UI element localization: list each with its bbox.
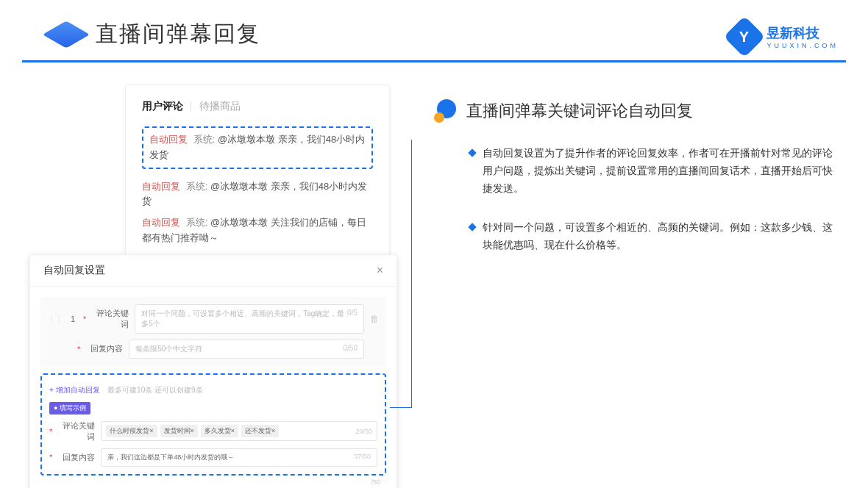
example-content-input[interactable]: 亲，我们这边都是下单48小时内发货的哦～ 37/50 xyxy=(101,448,377,467)
example-badge: ● 填写示例 xyxy=(49,402,90,415)
section-title: 直播间弹幕关键词评论自动回复 xyxy=(466,100,693,122)
comments-panel: 用户评论 待播商品 自动回复 系统: @冰墩墩本墩 亲亲，我们48小时内发货 自… xyxy=(125,85,390,262)
add-hint: 最多可建10条 还可以创建9条 xyxy=(107,386,202,394)
drag-handle-icon[interactable]: ⋮⋮ xyxy=(48,315,63,323)
brand-icon: Y xyxy=(724,16,766,58)
settings-title: 自动回复设置 xyxy=(43,264,105,277)
rule-form: ⋮⋮ 1 * 评论关键词 对同一个问题，可设置多个相近、高频的关键词，Tag确定… xyxy=(40,297,386,366)
system-label: 系统: xyxy=(193,134,216,145)
close-icon[interactable]: × xyxy=(377,264,383,277)
example-keyword-label: 评论关键词 xyxy=(58,420,95,442)
screenshot-column: 用户评论 待播商品 自动回复 系统: @冰墩墩本墩 亲亲，我们48小时内发货 自… xyxy=(29,85,397,488)
diamond-icon xyxy=(468,148,476,157)
brand-name: 昱新科技 xyxy=(766,24,839,42)
keyword-input[interactable]: 对同一个问题，可设置多个相近、高频的关键词，Tag确定，最多5个 0/5 xyxy=(135,304,364,334)
highlighted-comment: 自动回复 系统: @冰墩墩本墩 亲亲，我们48小时内发货 xyxy=(142,126,373,169)
example-keyword-tags[interactable]: 什么时候发货× 发货时间× 多久发货× 还不发货× 20/50 xyxy=(101,421,377,441)
tag-chip[interactable]: 还不发货× xyxy=(241,425,279,437)
bullet-item: 自动回复设置为了提升作者的评论回复效率，作者可在开播前针对常见的评论用户问题，提… xyxy=(469,145,839,197)
tab-pending-products[interactable]: 待播商品 xyxy=(199,100,241,113)
tag-chip[interactable]: 发货时间× xyxy=(160,425,198,437)
tabs: 用户评论 待播商品 xyxy=(142,100,373,113)
comment-line: 自动回复 系统: @冰墩墩本墩 亲亲，我们48小时内发货 xyxy=(142,179,373,210)
page-title: 直播间弹幕回复 xyxy=(96,19,260,49)
bullet-item: 针对同一个问题，可设置多个相近的、高频的关键词。例如：这款多少钱、这块能优惠吗、… xyxy=(469,219,839,254)
tag-chip[interactable]: 什么时候发货× xyxy=(106,425,157,437)
keyword-label: 评论关键词 xyxy=(92,308,129,330)
auto-reply-tag: 自动回复 xyxy=(149,134,188,145)
rule-number: 1 xyxy=(68,315,77,323)
content-label: 回复内容 xyxy=(86,343,123,354)
add-auto-reply-link[interactable]: + 增加自动回复 xyxy=(49,385,100,395)
content-input[interactable]: 每条限50个中文字符 0/50 xyxy=(129,340,364,359)
cube-icon xyxy=(51,18,82,49)
page-header: 直播间弹幕回复 xyxy=(22,0,846,62)
brand-logo: Y 昱新科技 YUUXIN.COM xyxy=(730,22,839,51)
diamond-icon xyxy=(468,223,476,232)
description-column: 直播间弹幕关键词评论自动回复 自动回复设置为了提升作者的评论回复效率，作者可在开… xyxy=(434,85,839,488)
comment-line: 自动回复 系统: @冰墩墩本墩 关注我们的店铺，每日都有热门推荐呦～ xyxy=(142,215,373,246)
delete-icon[interactable]: 🗑 xyxy=(370,314,379,324)
example-section: + 增加自动回复 最多可建10条 还可以创建9条 ● 填写示例 * 评论关键词 … xyxy=(40,373,386,476)
bubble-icon xyxy=(434,99,458,123)
brand-subtitle: YUUXIN.COM xyxy=(766,42,839,49)
tag-chip[interactable]: 多久发货× xyxy=(201,425,238,437)
example-content-label: 回复内容 xyxy=(58,452,95,463)
tab-user-comments[interactable]: 用户评论 xyxy=(142,100,183,113)
outer-count: /50 xyxy=(30,476,396,486)
connector-line xyxy=(390,140,412,408)
auto-reply-settings-panel: 自动回复设置 × ⋮⋮ 1 * 评论关键词 对同一个问题，可设置多个相近、高频的… xyxy=(29,254,397,488)
